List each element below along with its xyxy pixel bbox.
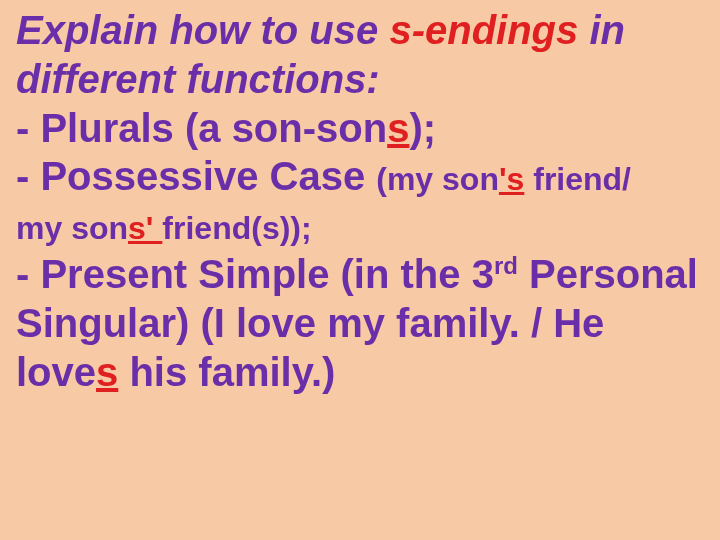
present-lead1: - Present Simple (in the 3 (16, 252, 494, 296)
possessive-ex1a: (my son (376, 161, 499, 197)
plurals-lead: - Plurals (a son-son (16, 106, 387, 150)
possessive-ex1s: 's (499, 161, 524, 197)
possessive-ex2s: s' (128, 210, 162, 246)
plurals-s: s (387, 106, 409, 150)
possessive-ex1b: friend/ (524, 161, 631, 197)
slide-content: Explain how to use s-endings in differen… (16, 6, 706, 396)
possessive-ex2a: my son (16, 210, 128, 246)
present-s: s (96, 350, 118, 394)
present-ordinal: rd (494, 252, 518, 279)
possessive-lead: - Possessive Case (16, 154, 376, 198)
intro-highlight: s-endings (389, 8, 578, 52)
present-tail: his family.) (118, 350, 335, 394)
plurals-tail: ); (409, 106, 436, 150)
intro-text-1: Explain how to use (16, 8, 389, 52)
possessive-ex2b: friend(s)); (162, 210, 311, 246)
